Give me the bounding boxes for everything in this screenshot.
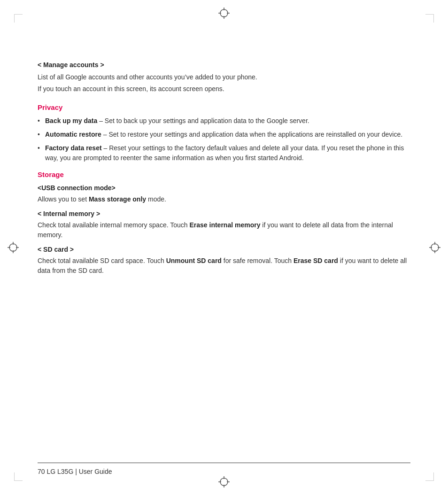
internal-memory-description: Check total available internal memory sp… — [38, 220, 410, 240]
sd-card-heading: < SD card > — [38, 246, 410, 253]
guide-title: LG L35G | User Guide — [46, 468, 112, 475]
usb-desc-bold: Mass storage only — [89, 195, 146, 203]
internal-mem-bold: Erase internal memory — [189, 221, 260, 229]
corner-mark-br — [425, 472, 434, 481]
privacy-bullet-1: Back up my data – Set to back up your se… — [38, 116, 410, 126]
privacy-bullet-3: Factory data reset – Reset your settings… — [38, 143, 410, 163]
footer-text: 70 LG L35G | User Guide — [38, 468, 112, 475]
privacy-term-2: Automatic restore — [45, 131, 101, 138]
sd-card-middle: for safe removal. Touch — [222, 257, 294, 264]
crosshair-top-icon — [217, 7, 231, 20]
privacy-sep-2: – — [101, 131, 109, 138]
storage-section: Storage <USB connection mode> Allows you… — [38, 170, 410, 276]
svg-point-5 — [9, 244, 17, 251]
manage-accounts-heading: < Manage accounts > — [38, 61, 410, 69]
privacy-term-1: Back up my data — [45, 117, 97, 124]
usb-desc-suffix: mode. — [146, 195, 166, 203]
manage-accounts-desc-2: If you touch an account in this screen, … — [38, 84, 410, 94]
page-content: < Manage accounts > List of all Google a… — [38, 61, 410, 457]
privacy-bullet-2: Automatic restore – Set to restore your … — [38, 130, 410, 139]
privacy-section: Privacy Back up my data – Set to back up… — [38, 103, 410, 163]
svg-point-0 — [220, 9, 228, 17]
sd-card-description: Check total available SD card space. Tou… — [38, 256, 410, 276]
corner-mark-bl — [14, 472, 23, 481]
privacy-title: Privacy — [38, 103, 410, 111]
privacy-bullet-list: Back up my data – Set to back up your se… — [38, 116, 410, 163]
usb-desc-prefix: Allows you to set — [38, 195, 89, 203]
sd-card-bold-2: Erase SD card — [294, 257, 338, 264]
svg-point-10 — [431, 244, 439, 251]
corner-mark-tr — [425, 14, 434, 23]
privacy-detail-1: Set to back up your settings and applica… — [105, 117, 309, 124]
manage-accounts-section: < Manage accounts > List of all Google a… — [38, 61, 410, 94]
sd-card-bold-1: Unmount SD card — [166, 257, 222, 264]
sd-card-prefix: Check total available SD card space. Tou… — [38, 257, 166, 264]
storage-title: Storage — [38, 170, 410, 178]
corner-mark-tl — [14, 14, 23, 23]
crosshair-left-icon — [7, 241, 20, 254]
internal-mem-prefix: Check total available internal memory sp… — [38, 221, 189, 229]
privacy-sep-1: – — [97, 117, 105, 124]
page-number: 70 — [38, 468, 45, 475]
privacy-sep-3: – — [102, 144, 109, 152]
crosshair-bottom-icon — [217, 475, 231, 488]
privacy-term-3: Factory data reset — [45, 144, 102, 152]
crosshair-right-icon — [428, 241, 441, 254]
internal-memory-heading: < Internal memory > — [38, 210, 410, 217]
usb-description: Allows you to set Mass storage only mode… — [38, 194, 410, 204]
usb-connection-heading: <USB connection mode> — [38, 184, 410, 192]
privacy-detail-2: Set to restore your settings and applica… — [108, 131, 402, 138]
footer-line — [38, 463, 410, 463]
manage-accounts-desc-1: List of all Google accounts and other ac… — [38, 72, 410, 82]
svg-point-15 — [220, 478, 228, 486]
